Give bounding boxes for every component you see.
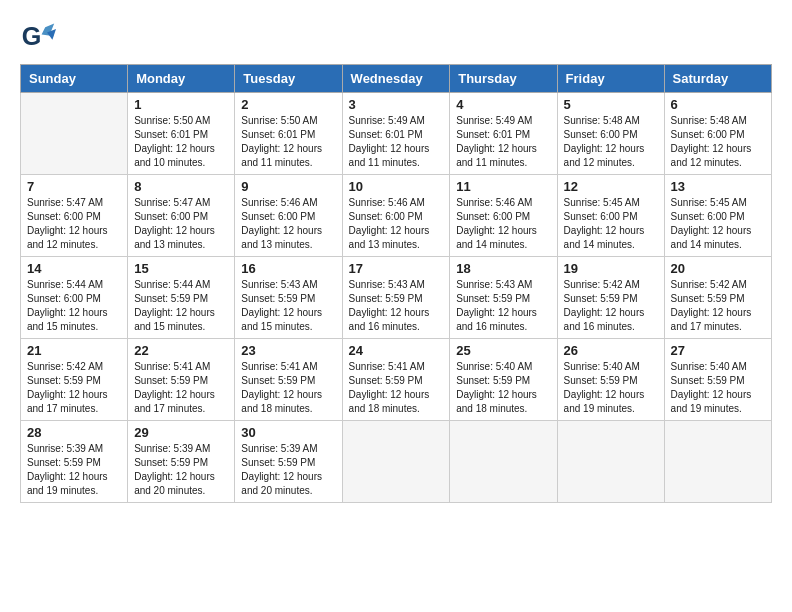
calendar-cell — [21, 93, 128, 175]
calendar-cell: 5Sunrise: 5:48 AM Sunset: 6:00 PM Daylig… — [557, 93, 664, 175]
day-number: 9 — [241, 179, 335, 194]
day-info: Sunrise: 5:41 AM Sunset: 5:59 PM Dayligh… — [134, 360, 228, 416]
day-number: 24 — [349, 343, 444, 358]
day-number: 30 — [241, 425, 335, 440]
day-info: Sunrise: 5:49 AM Sunset: 6:01 PM Dayligh… — [456, 114, 550, 170]
calendar-cell: 23Sunrise: 5:41 AM Sunset: 5:59 PM Dayli… — [235, 339, 342, 421]
calendar-cell: 10Sunrise: 5:46 AM Sunset: 6:00 PM Dayli… — [342, 175, 450, 257]
calendar-cell — [664, 421, 771, 503]
weekday-header-monday: Monday — [128, 65, 235, 93]
day-number: 6 — [671, 97, 765, 112]
day-number: 18 — [456, 261, 550, 276]
day-number: 3 — [349, 97, 444, 112]
day-number: 23 — [241, 343, 335, 358]
day-number: 10 — [349, 179, 444, 194]
day-number: 13 — [671, 179, 765, 194]
day-number: 16 — [241, 261, 335, 276]
logo-icon: G — [20, 20, 56, 56]
calendar-cell: 7Sunrise: 5:47 AM Sunset: 6:00 PM Daylig… — [21, 175, 128, 257]
calendar-week-5: 28Sunrise: 5:39 AM Sunset: 5:59 PM Dayli… — [21, 421, 772, 503]
day-number: 19 — [564, 261, 658, 276]
day-info: Sunrise: 5:41 AM Sunset: 5:59 PM Dayligh… — [349, 360, 444, 416]
day-number: 2 — [241, 97, 335, 112]
day-info: Sunrise: 5:48 AM Sunset: 6:00 PM Dayligh… — [564, 114, 658, 170]
day-number: 8 — [134, 179, 228, 194]
calendar-cell: 21Sunrise: 5:42 AM Sunset: 5:59 PM Dayli… — [21, 339, 128, 421]
day-number: 22 — [134, 343, 228, 358]
weekday-header-sunday: Sunday — [21, 65, 128, 93]
page-header: G — [20, 20, 772, 56]
day-info: Sunrise: 5:41 AM Sunset: 5:59 PM Dayligh… — [241, 360, 335, 416]
calendar-cell: 15Sunrise: 5:44 AM Sunset: 5:59 PM Dayli… — [128, 257, 235, 339]
day-info: Sunrise: 5:45 AM Sunset: 6:00 PM Dayligh… — [671, 196, 765, 252]
day-number: 12 — [564, 179, 658, 194]
day-number: 11 — [456, 179, 550, 194]
day-info: Sunrise: 5:39 AM Sunset: 5:59 PM Dayligh… — [241, 442, 335, 498]
day-info: Sunrise: 5:48 AM Sunset: 6:00 PM Dayligh… — [671, 114, 765, 170]
calendar-cell: 18Sunrise: 5:43 AM Sunset: 5:59 PM Dayli… — [450, 257, 557, 339]
day-number: 29 — [134, 425, 228, 440]
day-info: Sunrise: 5:47 AM Sunset: 6:00 PM Dayligh… — [134, 196, 228, 252]
day-number: 21 — [27, 343, 121, 358]
calendar-week-2: 7Sunrise: 5:47 AM Sunset: 6:00 PM Daylig… — [21, 175, 772, 257]
calendar-week-1: 1Sunrise: 5:50 AM Sunset: 6:01 PM Daylig… — [21, 93, 772, 175]
day-info: Sunrise: 5:42 AM Sunset: 5:59 PM Dayligh… — [27, 360, 121, 416]
calendar-cell — [450, 421, 557, 503]
day-info: Sunrise: 5:46 AM Sunset: 6:00 PM Dayligh… — [241, 196, 335, 252]
day-number: 25 — [456, 343, 550, 358]
day-info: Sunrise: 5:40 AM Sunset: 5:59 PM Dayligh… — [456, 360, 550, 416]
day-info: Sunrise: 5:43 AM Sunset: 5:59 PM Dayligh… — [456, 278, 550, 334]
weekday-header-friday: Friday — [557, 65, 664, 93]
calendar-cell: 20Sunrise: 5:42 AM Sunset: 5:59 PM Dayli… — [664, 257, 771, 339]
calendar-cell: 2Sunrise: 5:50 AM Sunset: 6:01 PM Daylig… — [235, 93, 342, 175]
day-number: 7 — [27, 179, 121, 194]
calendar-cell: 1Sunrise: 5:50 AM Sunset: 6:01 PM Daylig… — [128, 93, 235, 175]
day-number: 1 — [134, 97, 228, 112]
calendar-cell: 26Sunrise: 5:40 AM Sunset: 5:59 PM Dayli… — [557, 339, 664, 421]
calendar-cell: 27Sunrise: 5:40 AM Sunset: 5:59 PM Dayli… — [664, 339, 771, 421]
calendar-table: SundayMondayTuesdayWednesdayThursdayFrid… — [20, 64, 772, 503]
day-info: Sunrise: 5:46 AM Sunset: 6:00 PM Dayligh… — [349, 196, 444, 252]
day-info: Sunrise: 5:42 AM Sunset: 5:59 PM Dayligh… — [564, 278, 658, 334]
day-number: 15 — [134, 261, 228, 276]
logo: G — [20, 20, 60, 56]
day-info: Sunrise: 5:40 AM Sunset: 5:59 PM Dayligh… — [671, 360, 765, 416]
calendar-cell: 22Sunrise: 5:41 AM Sunset: 5:59 PM Dayli… — [128, 339, 235, 421]
day-info: Sunrise: 5:49 AM Sunset: 6:01 PM Dayligh… — [349, 114, 444, 170]
calendar-cell: 24Sunrise: 5:41 AM Sunset: 5:59 PM Dayli… — [342, 339, 450, 421]
calendar-cell: 13Sunrise: 5:45 AM Sunset: 6:00 PM Dayli… — [664, 175, 771, 257]
day-info: Sunrise: 5:50 AM Sunset: 6:01 PM Dayligh… — [134, 114, 228, 170]
svg-text:G: G — [22, 22, 42, 50]
calendar-cell: 12Sunrise: 5:45 AM Sunset: 6:00 PM Dayli… — [557, 175, 664, 257]
weekday-header-tuesday: Tuesday — [235, 65, 342, 93]
calendar-cell: 25Sunrise: 5:40 AM Sunset: 5:59 PM Dayli… — [450, 339, 557, 421]
day-info: Sunrise: 5:46 AM Sunset: 6:00 PM Dayligh… — [456, 196, 550, 252]
weekday-header-wednesday: Wednesday — [342, 65, 450, 93]
day-number: 5 — [564, 97, 658, 112]
day-info: Sunrise: 5:39 AM Sunset: 5:59 PM Dayligh… — [134, 442, 228, 498]
day-number: 4 — [456, 97, 550, 112]
day-info: Sunrise: 5:50 AM Sunset: 6:01 PM Dayligh… — [241, 114, 335, 170]
calendar-cell: 14Sunrise: 5:44 AM Sunset: 6:00 PM Dayli… — [21, 257, 128, 339]
calendar-cell: 19Sunrise: 5:42 AM Sunset: 5:59 PM Dayli… — [557, 257, 664, 339]
day-number: 26 — [564, 343, 658, 358]
day-info: Sunrise: 5:43 AM Sunset: 5:59 PM Dayligh… — [349, 278, 444, 334]
day-info: Sunrise: 5:39 AM Sunset: 5:59 PM Dayligh… — [27, 442, 121, 498]
day-info: Sunrise: 5:44 AM Sunset: 6:00 PM Dayligh… — [27, 278, 121, 334]
day-info: Sunrise: 5:44 AM Sunset: 5:59 PM Dayligh… — [134, 278, 228, 334]
day-number: 27 — [671, 343, 765, 358]
calendar-cell: 29Sunrise: 5:39 AM Sunset: 5:59 PM Dayli… — [128, 421, 235, 503]
day-info: Sunrise: 5:43 AM Sunset: 5:59 PM Dayligh… — [241, 278, 335, 334]
calendar-cell: 8Sunrise: 5:47 AM Sunset: 6:00 PM Daylig… — [128, 175, 235, 257]
calendar-cell: 9Sunrise: 5:46 AM Sunset: 6:00 PM Daylig… — [235, 175, 342, 257]
calendar-header-row: SundayMondayTuesdayWednesdayThursdayFrid… — [21, 65, 772, 93]
calendar-cell: 3Sunrise: 5:49 AM Sunset: 6:01 PM Daylig… — [342, 93, 450, 175]
weekday-header-saturday: Saturday — [664, 65, 771, 93]
calendar-cell: 11Sunrise: 5:46 AM Sunset: 6:00 PM Dayli… — [450, 175, 557, 257]
day-info: Sunrise: 5:42 AM Sunset: 5:59 PM Dayligh… — [671, 278, 765, 334]
calendar-cell: 30Sunrise: 5:39 AM Sunset: 5:59 PM Dayli… — [235, 421, 342, 503]
calendar-cell: 17Sunrise: 5:43 AM Sunset: 5:59 PM Dayli… — [342, 257, 450, 339]
calendar-cell — [342, 421, 450, 503]
calendar-cell: 6Sunrise: 5:48 AM Sunset: 6:00 PM Daylig… — [664, 93, 771, 175]
day-info: Sunrise: 5:40 AM Sunset: 5:59 PM Dayligh… — [564, 360, 658, 416]
